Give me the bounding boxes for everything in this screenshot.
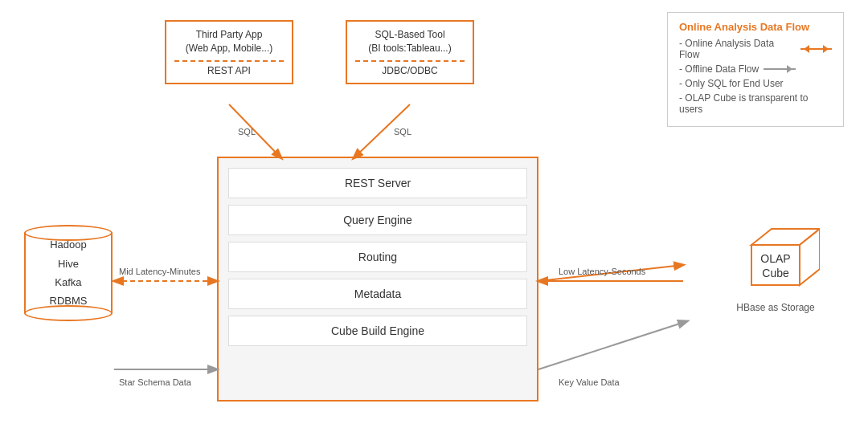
svg-line-16 — [538, 321, 687, 369]
legend-sql-label: - Only SQL for End User — [679, 78, 784, 89]
olap-container: OLAP Cube HBase as Storage — [731, 217, 820, 313]
hadoop-text: Hadoop Hive Kafka RDBMS — [50, 235, 88, 311]
rest-server-row: REST Server — [228, 168, 527, 198]
legend-olap-label: - OLAP Cube is transparent to users — [679, 92, 832, 115]
legend-gray-arrow — [764, 68, 796, 70]
metadata-row: Metadata — [228, 279, 527, 309]
svg-line-11 — [538, 265, 683, 281]
legend-online-label: - Online Analysis Data Flow — [679, 38, 796, 60]
legend-orange-arrow — [800, 48, 832, 50]
cylinder-body: Hadoop Hive Kafka RDBMS — [24, 233, 113, 313]
svg-text:OLAP: OLAP — [760, 252, 790, 265]
hbase-label: HBase as Storage — [731, 302, 820, 313]
routing-row: Routing — [228, 242, 527, 272]
cube-build-row: Cube Build Engine — [228, 316, 527, 346]
legend-item-offline: - Offline Data Flow — [679, 63, 832, 75]
svg-text:Cube: Cube — [762, 267, 789, 279]
diagram-container: Online Analysis Data Flow - Online Analy… — [0, 0, 868, 428]
cylinder-bottom — [24, 305, 113, 321]
legend-box: Online Analysis Data Flow - Online Analy… — [667, 12, 844, 127]
legend-offline-label: - Offline Data Flow — [679, 63, 759, 75]
svg-text:Star Schema Data: Star Schema Data — [119, 377, 192, 387]
svg-line-5 — [229, 104, 281, 158]
third-party-box: Third Party App (Web App, Mobile...) RES… — [165, 20, 293, 84]
legend-item-online: - Online Analysis Data Flow — [679, 38, 832, 60]
sql-tool-api: JDBC/ODBC — [355, 60, 465, 76]
legend-item-olap: - OLAP Cube is transparent to users — [679, 92, 832, 115]
legend-title: Online Analysis Data Flow — [679, 21, 832, 33]
svg-line-7 — [354, 104, 410, 158]
sql-tool-box: SQL-Based Tool (BI tools:Tableau...) JDB… — [346, 20, 474, 84]
legend-item-sql: - Only SQL for End User — [679, 78, 832, 89]
main-engine-box: REST Server Query Engine Routing Metadat… — [217, 157, 538, 402]
third-party-api: REST API — [174, 60, 284, 76]
sql-tool-title: SQL-Based Tool (BI tools:Tableau...) — [355, 28, 465, 55]
query-engine-row: Query Engine — [228, 205, 527, 235]
third-party-title: Third Party App (Web App, Mobile...) — [174, 28, 284, 55]
svg-text:Key Value Data: Key Value Data — [559, 377, 620, 387]
svg-text:SQL: SQL — [238, 127, 256, 137]
hadoop-cylinder: Hadoop Hive Kafka RDBMS — [24, 225, 113, 321]
svg-text:SQL: SQL — [394, 127, 411, 137]
svg-text:Low Latency-Seconds: Low Latency-Seconds — [559, 267, 646, 276]
svg-text:Mid Latency-Minutes: Mid Latency-Minutes — [119, 267, 201, 276]
cylinder-top — [24, 225, 113, 241]
olap-cube-svg: OLAP Cube — [731, 217, 820, 297]
